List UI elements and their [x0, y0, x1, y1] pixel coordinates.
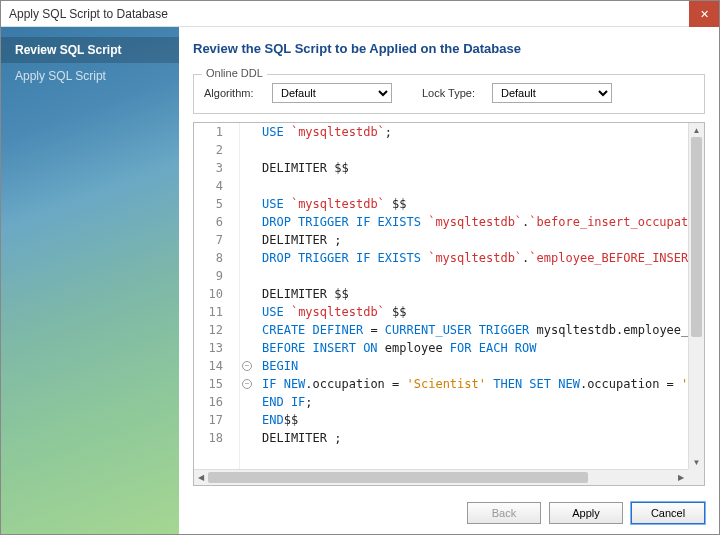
line-number: 17 [194, 411, 239, 429]
code-line[interactable]: BEFORE INSERT ON employee FOR EACH ROW [240, 339, 704, 357]
line-number: 8 [194, 249, 239, 267]
code-line[interactable]: USE `mysqltestdb` $$ [240, 303, 704, 321]
line-number: 7 [194, 231, 239, 249]
line-number: 18 [194, 429, 239, 447]
line-number: 11 [194, 303, 239, 321]
code-line[interactable]: END$$ [240, 411, 704, 429]
close-button[interactable]: ✕ [689, 1, 719, 27]
sidebar-item-apply[interactable]: Apply SQL Script [1, 63, 179, 89]
sidebar-item-review[interactable]: Review SQL Script [1, 37, 179, 63]
apply-button[interactable]: Apply [549, 502, 623, 524]
code-line[interactable]: DELIMITER $$ [240, 285, 704, 303]
line-number: 10 [194, 285, 239, 303]
code-line[interactable]: IF NEW.occupation = 'Scientist' THEN SET… [240, 375, 704, 393]
code-line[interactable]: USE `mysqltestdb` $$ [240, 195, 704, 213]
horizontal-scrollbar[interactable]: ◀ ▶ [194, 469, 688, 485]
sql-editor[interactable]: 123456789101112131415161718 USE `mysqlte… [193, 122, 705, 486]
code-line[interactable] [240, 141, 704, 159]
horizontal-scroll-thumb[interactable] [208, 472, 588, 483]
scroll-up-arrow-icon[interactable]: ▲ [689, 123, 704, 137]
lock-type-select[interactable]: Default [492, 83, 612, 103]
sidebar-item-label: Apply SQL Script [15, 69, 106, 83]
vertical-scrollbar[interactable]: ▲ ▼ [688, 123, 704, 469]
line-number: 13 [194, 339, 239, 357]
code-line[interactable]: DELIMITER ; [240, 231, 704, 249]
line-number: 1 [194, 123, 239, 141]
code-line[interactable]: CREATE DEFINER = CURRENT_USER TRIGGER my… [240, 321, 704, 339]
line-number: 4 [194, 177, 239, 195]
line-number: 9 [194, 267, 239, 285]
cancel-button[interactable]: Cancel [631, 502, 705, 524]
back-button: Back [467, 502, 541, 524]
wizard-sidebar: Review SQL Script Apply SQL Script [1, 27, 179, 534]
code-line[interactable]: USE `mysqltestdb`; [240, 123, 704, 141]
code-line[interactable]: BEGIN [240, 357, 704, 375]
code-line[interactable]: END IF; [240, 393, 704, 411]
page-title: Review the SQL Script to be Applied on t… [193, 41, 705, 56]
scroll-corner [688, 469, 704, 485]
window-title: Apply SQL Script to Database [9, 7, 168, 21]
scroll-left-arrow-icon[interactable]: ◀ [194, 470, 208, 485]
scroll-down-arrow-icon[interactable]: ▼ [689, 455, 704, 469]
line-number: 16 [194, 393, 239, 411]
code-line[interactable]: DELIMITER ; [240, 429, 704, 447]
line-number: 6 [194, 213, 239, 231]
fold-icon[interactable]: − [242, 379, 252, 389]
line-number-gutter: 123456789101112131415161718 [194, 123, 240, 469]
vertical-scroll-thumb[interactable] [691, 137, 702, 337]
fold-icon[interactable]: − [242, 361, 252, 371]
code-line[interactable]: DROP TRIGGER IF EXISTS `mysqltestdb`.`be… [240, 213, 704, 231]
line-number: 14 [194, 357, 239, 375]
algorithm-label: Algorithm: [204, 87, 262, 99]
titlebar: Apply SQL Script to Database ✕ [1, 1, 719, 27]
lock-type-label: Lock Type: [422, 87, 482, 99]
code-area[interactable]: USE `mysqltestdb`;DELIMITER $$USE `mysql… [240, 123, 704, 447]
line-number: 15 [194, 375, 239, 393]
sidebar-item-label: Review SQL Script [15, 43, 121, 57]
code-line[interactable] [240, 177, 704, 195]
scroll-right-arrow-icon[interactable]: ▶ [674, 470, 688, 485]
dialog-footer: Back Apply Cancel [193, 486, 705, 524]
code-line[interactable]: DELIMITER $$ [240, 159, 704, 177]
line-number: 3 [194, 159, 239, 177]
code-line[interactable] [240, 267, 704, 285]
line-number: 2 [194, 141, 239, 159]
fieldset-legend: Online DDL [202, 67, 267, 79]
online-ddl-fieldset: Online DDL Algorithm: Default Lock Type:… [193, 74, 705, 114]
algorithm-select[interactable]: Default [272, 83, 392, 103]
line-number: 12 [194, 321, 239, 339]
line-number: 5 [194, 195, 239, 213]
code-line[interactable]: DROP TRIGGER IF EXISTS `mysqltestdb`.`em… [240, 249, 704, 267]
